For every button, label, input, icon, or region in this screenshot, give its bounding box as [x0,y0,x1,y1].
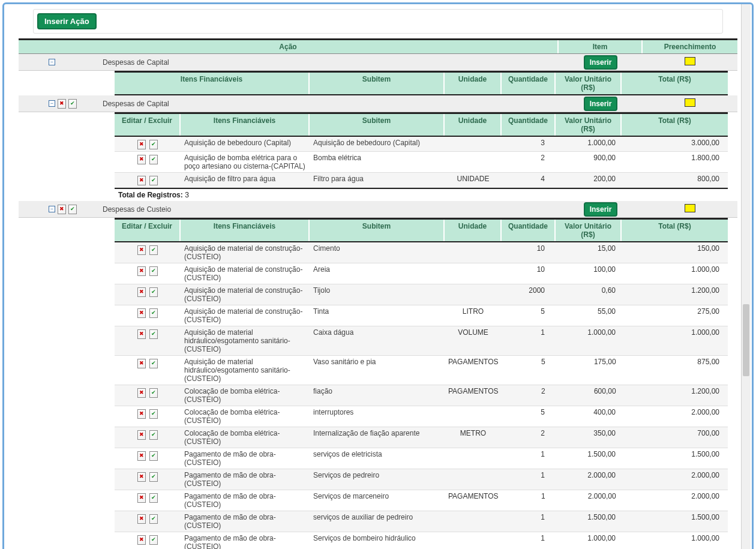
cell-total: 1.800,00 [622,152,728,172]
scroll-thumb[interactable] [743,304,749,376]
confirm-row-icon[interactable] [149,287,158,297]
col-valor: Valor Unitário (R$) [556,220,622,241]
cell-total: 1.000,00 [622,263,728,284]
cell-total: 2.000,00 [622,490,728,511]
collapse-icon[interactable]: − [49,59,55,65]
col-subitem: Subitem [310,114,445,136]
delete-row-icon[interactable] [137,287,146,297]
vertical-scrollbar[interactable]: ▼ [741,4,751,549]
confirm-row-icon[interactable] [149,409,158,419]
cell-item: Aquisição de material de construção-(CUS… [181,305,310,326]
delete-row-icon[interactable] [137,140,146,149]
confirm-row-icon[interactable] [149,308,158,318]
items-table: Itens FinanciáveisSubitemUnidadeQuantida… [115,71,728,95]
confirm-row-icon[interactable] [149,266,158,276]
status-box-icon [685,98,695,107]
tree-controls: − [19,59,103,65]
cell-quantidade: 1 [502,469,556,490]
cell-unidade [445,511,502,532]
delete-row-icon[interactable] [137,430,146,440]
confirm-action-icon[interactable] [68,205,77,214]
delete-row-icon[interactable] [137,493,146,503]
inserir-button[interactable]: Inserir [584,97,618,111]
items-header: Editar / ExcluirItens FinanciáveisSubite… [115,114,728,137]
confirm-row-icon[interactable] [149,514,158,524]
cell-subitem: serviços de auxiliar de pedreiro [310,511,445,532]
cell-total: 1.500,00 [622,511,728,532]
confirm-row-icon[interactable] [149,535,158,545]
row-actions [115,305,181,326]
cell-valor: 600,00 [556,385,622,406]
cell-item: Pagamento de mão de obra-(CUSTEIO) [181,511,310,532]
delete-row-icon[interactable] [137,535,146,545]
cell-item: Aquisição de bomba elétrica para o poço … [181,152,310,172]
confirm-row-icon[interactable] [149,388,158,398]
cell-item: Pagamento de mão de obra-(CUSTEIO) [181,469,310,490]
inserir-button[interactable]: Inserir [584,202,618,217]
col-quantidade: Quantidade [502,114,556,136]
delete-action-icon[interactable] [58,99,66,109]
col-total: Total (R$) [622,114,728,136]
delete-row-icon[interactable] [137,155,146,164]
cell-subitem: serviços de eletricista [310,448,445,469]
table-row: Aquisição de material hidráulico/esgotam… [115,326,728,356]
cell-item: Colocação de bomba elétrica-(CUSTEIO) [181,427,310,448]
delete-row-icon[interactable] [137,472,146,482]
confirm-row-icon[interactable] [149,176,158,185]
row-actions [115,263,181,284]
confirm-row-icon[interactable] [149,245,158,255]
cell-unidade: PAGAMENTOS [445,490,502,511]
delete-row-icon[interactable] [137,359,146,368]
delete-row-icon[interactable] [137,308,146,318]
confirm-row-icon[interactable] [149,451,158,461]
delete-row-icon[interactable] [137,329,146,339]
inserir-button[interactable]: Inserir [584,55,618,70]
delete-row-icon[interactable] [137,176,146,185]
delete-row-icon[interactable] [137,451,146,461]
cell-quantidade: 1 [502,326,556,355]
cell-item: Aquisição de material de construção-(CUS… [181,263,310,284]
table-row: Aquisição de material de construção-(CUS… [115,263,728,284]
row-actions [115,152,181,172]
confirm-row-icon[interactable] [149,359,158,368]
tree-controls: − [19,99,103,109]
action-row: −Despesas de CapitalInserir [19,54,737,71]
delete-row-icon[interactable] [137,514,146,524]
col-edit: Editar / Excluir [115,114,181,136]
inserir-cell: Inserir [559,97,643,111]
cell-quantidade: 5 [502,305,556,326]
collapse-icon[interactable]: − [49,100,55,107]
cell-quantidade: 2 [502,427,556,448]
delete-action-icon[interactable] [58,205,66,214]
row-actions [115,385,181,406]
cell-total: 1.000,00 [622,532,728,549]
row-actions [115,448,181,469]
row-actions [115,284,181,305]
col-itens-fin: Itens Financiáveis [181,220,310,241]
items-table: Editar / ExcluirItens FinanciáveisSubite… [115,218,728,549]
cell-unidade: VOLUME [445,326,502,355]
confirm-action-icon[interactable] [68,99,77,109]
confirm-row-icon[interactable] [149,155,158,164]
delete-row-icon[interactable] [137,409,146,419]
delete-row-icon[interactable] [137,245,146,255]
delete-row-icon[interactable] [137,266,146,276]
confirm-row-icon[interactable] [149,430,158,440]
cell-item: Pagamento de mão de obra-(CUSTEIO) [181,490,310,511]
col-preen-header: Preenchimento [643,40,737,53]
confirm-row-icon[interactable] [149,472,158,482]
cell-unidade: LITRO [445,305,502,326]
collapse-icon[interactable]: − [49,206,55,212]
inserir-acao-button[interactable]: Inserir Ação [37,13,97,29]
delete-row-icon[interactable] [137,388,146,398]
confirm-row-icon[interactable] [149,329,158,339]
row-actions [115,173,181,187]
confirm-row-icon[interactable] [149,493,158,503]
table-row: Pagamento de mão de obra-(CUSTEIO)Serviç… [115,532,728,549]
col-itens-fin: Itens Financiáveis [181,114,310,136]
confirm-row-icon[interactable] [149,140,158,149]
row-actions [115,356,181,385]
cell-valor: 350,00 [556,427,622,448]
cell-quantidade: 3 [502,137,556,151]
inserir-cell: Inserir [559,55,643,70]
